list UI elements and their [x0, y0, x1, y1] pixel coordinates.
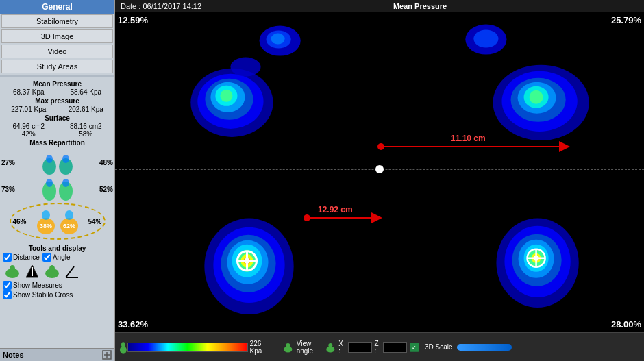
feet-icon-top [40, 149, 75, 175]
measurement-overlay: 11.10 cm 12.92 cm [115, 12, 644, 332]
scale-kpa-label: 226 Kpa [250, 340, 275, 355]
scale-3d-label: 3D Scale [425, 343, 453, 351]
svg-point-73 [304, 214, 310, 221]
tool-icons-row [3, 264, 112, 279]
mass-repartition-container: 27% 48% 73% 52% 46% [0, 147, 114, 242]
bottombar: 226 Kpa View angle X : Z : ✓ [115, 332, 644, 361]
svg-text:38%: 38% [39, 223, 51, 229]
svg-point-15 [10, 265, 15, 272]
apply-icon[interactable]: ✓ [410, 341, 419, 353]
sidebar: General Stabilometry 3D Image Video Stud… [0, 0, 115, 361]
angle-checkbox-label[interactable]: Angle [42, 253, 71, 262]
feet-icon-bot: 38% 62% [34, 207, 82, 236]
view-angle-label: View angle [297, 340, 322, 355]
svg-point-80 [328, 343, 332, 347]
mass-top-right: 48% [99, 159, 113, 166]
z-axis-input[interactable] [383, 342, 407, 353]
distance-checkbox-label[interactable]: Distance [3, 253, 40, 262]
svg-point-78 [286, 343, 290, 347]
mass-top-left: 27% [1, 159, 15, 166]
view-angle-section: View angle X : Z : ✓ [282, 340, 419, 355]
foot-small-icon [119, 340, 127, 354]
mean-pressure-row: 68.37 Kpa 58.64 Kpa [0, 88, 114, 96]
surface-cm2-row: 64.96 cm2 88.16 cm2 [0, 123, 114, 130]
notes-expand-icon[interactable] [102, 350, 112, 360]
svg-point-11 [65, 210, 73, 220]
svg-point-3 [62, 155, 69, 163]
tools-section: Tools and display Distance Angle [0, 242, 114, 301]
mass-row-3: 46% 38% 62% 54% [13, 207, 102, 236]
topbar: Date : 06/11/2017 14:12 Mean Pressure [115, 0, 644, 12]
view-foot-icon-left[interactable] [282, 340, 294, 355]
study-areas-button[interactable]: Study Areas [1, 60, 113, 73]
mean-pressure-right: 58.64 Kpa [70, 88, 101, 96]
main-title: Mean Pressure [201, 2, 639, 10]
gradient-bar [127, 343, 248, 352]
foot-tool-icon-1[interactable] [3, 264, 22, 279]
x-axis-input[interactable] [348, 342, 372, 353]
svg-point-70 [377, 143, 384, 150]
x-axis-label: X : [338, 340, 345, 355]
svg-line-21 [66, 266, 74, 277]
z-axis-label: Z : [375, 340, 381, 355]
3d-scale-slider[interactable] [457, 344, 512, 351]
feet-icon-mid [40, 176, 75, 202]
surface-title: Surface [0, 114, 114, 122]
distance-checkbox[interactable] [3, 253, 12, 262]
surface-left-cm2: 64.96 cm2 [12, 123, 45, 130]
svg-text:12.92 cm: 12.92 cm [318, 205, 353, 214]
svg-point-7 [62, 179, 69, 187]
show-measures-checkbox[interactable] [3, 281, 12, 290]
angle-tool-icon[interactable] [64, 264, 79, 279]
mean-pressure-left: 68.37 Kpa [13, 88, 45, 96]
pressure-map: 12.59% 25.79% 33.62% 28.00% [115, 12, 644, 332]
stabilometry-button[interactable]: Stabilometry [1, 14, 113, 28]
video-button[interactable]: Video [1, 45, 113, 58]
surface-right-cm2: 88.16 cm2 [70, 123, 102, 130]
view-foot-icon-right[interactable] [325, 340, 336, 355]
mass-mid-left: 73% [1, 186, 15, 193]
arrow-up-icon[interactable] [25, 264, 40, 279]
angle-checkbox[interactable] [42, 253, 51, 262]
svg-text:62%: 62% [62, 223, 75, 229]
mass-repartition-title: Mass Repartition [0, 139, 114, 147]
notes-bar: Notes [0, 348, 114, 361]
surface-right-pct: 58% [79, 130, 92, 138]
svg-point-5 [46, 179, 53, 187]
mean-pressure-title: Mean Pressure [0, 80, 114, 88]
surface-left-pct: 42% [22, 130, 36, 138]
3d-image-button[interactable]: 3D Image [1, 29, 113, 43]
tools-title: Tools and display [3, 245, 112, 252]
show-stabilo-label[interactable]: Show Stabilo Cross [3, 290, 112, 299]
notes-label: Notes [3, 351, 24, 359]
svg-point-19 [49, 265, 55, 272]
mass-bot-left: 46% [13, 218, 27, 225]
max-pressure-row: 227.01 Kpa 202.61 Kpa [0, 105, 114, 113]
svg-point-76 [121, 342, 125, 347]
main-area: Date : 06/11/2017 14:12 Mean Pressure 12… [115, 0, 644, 361]
color-scale-section: 226 Kpa [119, 340, 277, 355]
svg-point-1 [46, 155, 53, 163]
max-pressure-left: 227.01 Kpa [11, 105, 46, 113]
date-label: Date : 06/11/2017 14:12 [121, 2, 201, 10]
mass-bot-right: 54% [88, 218, 101, 225]
distance-angle-row: Distance Angle [3, 253, 112, 262]
max-pressure-title: Max pressure [0, 97, 114, 105]
svg-text:✓: ✓ [412, 344, 417, 351]
svg-point-9 [42, 210, 50, 220]
svg-text:11.10 cm: 11.10 cm [451, 134, 486, 143]
mass-row-1: 27% 48% [1, 149, 113, 175]
max-pressure-right: 202.61 Kpa [69, 105, 103, 113]
show-stabilo-checkbox[interactable] [3, 290, 12, 299]
mass-mid-right: 52% [99, 186, 113, 193]
mass-row-2: 73% 52% [1, 176, 113, 202]
show-measures-label[interactable]: Show Measures [3, 281, 112, 290]
3d-scale-section: 3D Scale [425, 343, 640, 351]
foot-tool-icon-2[interactable] [42, 264, 62, 279]
surface-pct-row: 42% 58% [0, 130, 114, 138]
sidebar-header: General [0, 0, 114, 14]
